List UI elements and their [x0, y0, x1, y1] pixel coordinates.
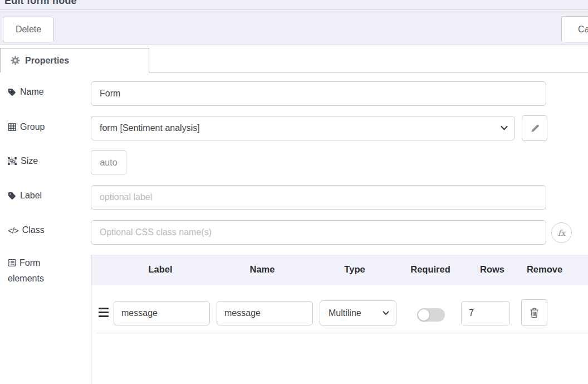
- object-group-icon: [8, 157, 17, 165]
- class-input[interactable]: [91, 220, 546, 245]
- col-header-remove: Remove: [527, 264, 562, 275]
- form-elements-label: Form elements: [8, 255, 63, 286]
- size-label: Size: [8, 156, 38, 166]
- tab-bar: Properties: [0, 45, 588, 72]
- toggle-knob: [418, 309, 430, 321]
- expression-fx-button[interactable]: fx: [551, 222, 572, 243]
- required-toggle[interactable]: [417, 308, 445, 322]
- group-select[interactable]: form [Sentiment analysis]: [91, 116, 515, 140]
- properties-form: Name Group form [Sentiment analysis]: [0, 72, 588, 384]
- label-label: Label: [8, 191, 42, 201]
- element-rows-input[interactable]: [461, 301, 510, 325]
- list-alt-icon: [8, 259, 16, 266]
- dialog-title: Edit form node: [4, 0, 77, 7]
- label-input[interactable]: [91, 185, 546, 210]
- cancel-button[interactable]: Cancel: [561, 16, 588, 42]
- name-label: Name: [8, 87, 44, 97]
- col-header-label: Label: [148, 264, 172, 275]
- tab-properties[interactable]: Properties: [0, 48, 149, 72]
- element-type-value: Multiline: [329, 308, 361, 318]
- size-auto-button[interactable]: auto: [91, 150, 126, 174]
- tag-icon: [8, 192, 16, 200]
- gear-icon: [11, 56, 20, 65]
- col-header-rows: Rows: [480, 264, 504, 275]
- table-grid-icon: [8, 123, 16, 131]
- tag-icon: [8, 88, 16, 96]
- tab-properties-label: Properties: [25, 56, 69, 66]
- code-icon: </>: [8, 226, 18, 235]
- group-select-value: form [Sentiment analysis]: [100, 123, 200, 133]
- form-elements-table: Label Name Type Required Rows Remove Mul…: [91, 255, 588, 384]
- drag-handle[interactable]: [99, 308, 109, 317]
- col-header-type: Type: [344, 264, 365, 275]
- dialog-header: Edit form node: [0, 0, 588, 10]
- element-label-input[interactable]: [114, 301, 210, 325]
- delete-button[interactable]: Delete: [3, 17, 54, 42]
- group-label: Group: [8, 122, 45, 132]
- element-name-input[interactable]: [217, 301, 313, 325]
- form-elements-table-header: Label Name Type Required Rows Remove: [91, 255, 588, 285]
- col-header-name: Name: [250, 264, 275, 275]
- col-header-required: Required: [410, 264, 450, 275]
- element-type-select[interactable]: Multiline: [320, 300, 396, 326]
- trash-icon: [530, 308, 539, 318]
- chevron-down-icon: [501, 126, 508, 131]
- class-label: </> Class: [8, 225, 45, 235]
- pencil-icon: [530, 124, 540, 133]
- edit-group-button[interactable]: [522, 115, 547, 141]
- edit-form-node-dialog: Edit form node Delete Cancel: [0, 0, 588, 384]
- dialog-toolbar: Delete Cancel: [0, 10, 588, 45]
- remove-element-button[interactable]: [521, 299, 547, 326]
- name-input[interactable]: [91, 81, 546, 106]
- chevron-down-icon: [383, 311, 389, 315]
- row-divider: [96, 333, 588, 333]
